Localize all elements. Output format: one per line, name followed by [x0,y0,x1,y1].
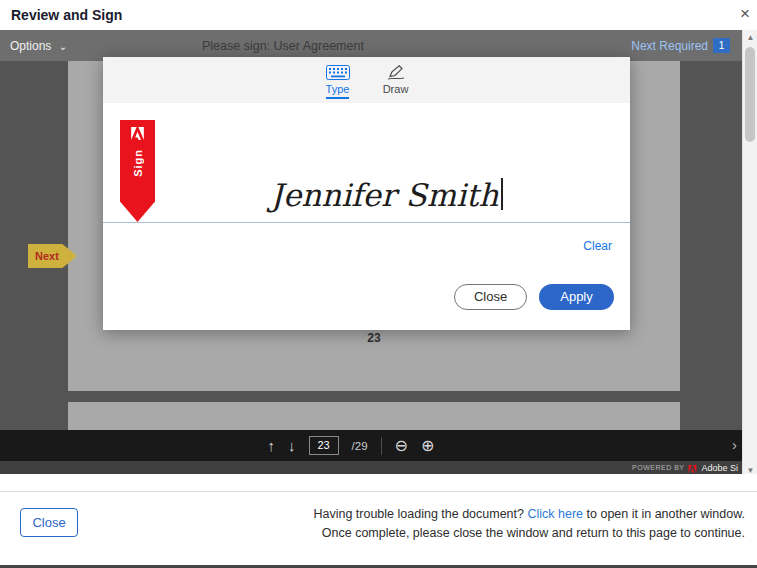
close-icon[interactable]: × [740,4,750,24]
tab-type[interactable]: Type [318,64,358,99]
pdf-toolbar: ↑ ↓ 23 /29 ⊖ ⊕ › [0,430,742,461]
next-required-button[interactable]: Next Required [631,39,708,53]
footer-close-button[interactable]: Close [20,508,78,537]
clear-signature-link[interactable]: Clear [583,239,612,253]
click-here-link[interactable]: Click here [527,507,583,521]
scrollbar-thumb[interactable] [745,47,755,142]
document-next-page [68,402,680,430]
brand-name-label: Adobe Si [701,463,738,473]
window-title: Review and Sign [11,7,122,23]
next-page-arrow-icon[interactable]: ↓ [288,437,296,454]
zoom-in-icon[interactable]: ⊕ [421,436,434,455]
text-cursor [501,178,503,210]
footer-separator [0,491,757,492]
powered-by-strip: POWERED BY Adobe Si [0,461,742,474]
signature-tabs: Type Draw [103,57,630,103]
help-line-1: Having trouble loading the document? Cli… [313,505,745,524]
pen-icon [386,64,406,80]
toolbar-divider [381,437,382,455]
previous-page-arrow-icon[interactable]: ↑ [268,437,276,454]
zoom-out-icon[interactable]: ⊖ [395,436,408,455]
scroll-up-arrow-icon[interactable]: ▲ [743,30,757,45]
signature-baseline [103,222,630,223]
ribbon-sign-label: Sign [132,149,144,177]
review-and-sign-window: Review and Sign × Options ⌄ Please sign:… [0,0,757,568]
window-title-bar: Review and Sign × [0,0,757,30]
adobe-logo-icon [130,126,145,144]
tab-draw[interactable]: Draw [376,64,416,97]
signature-dialog: Type Draw Sign Jennifer Smit [103,57,630,330]
adobe-sign-ribbon: Sign [120,120,155,222]
expand-toolbar-chevron-icon[interactable]: › [732,436,737,453]
page-number-input[interactable]: 23 [309,436,339,455]
dialog-buttons: Close Apply [454,284,614,310]
footer-help-text: Having trouble loading the document? Cli… [313,505,745,543]
vertical-scrollbar[interactable]: ▲ ▼ [742,30,757,478]
tab-draw-label: Draw [383,83,409,97]
tab-type-label: Type [326,83,350,99]
help-text-after-link: to open it in another window. [587,507,745,521]
keyboard-icon [326,64,350,80]
page-number-label: 23 [68,331,680,345]
footer-panel: Close Having trouble loading the documen… [0,474,757,565]
signature-value: Jennifer Smith [270,177,498,213]
signature-input[interactable]: Jennifer Smith [163,177,610,222]
chevron-down-icon: ⌄ [59,41,67,52]
next-required-count-badge: 1 [713,38,730,53]
powered-by-label: POWERED BY [632,464,684,471]
document-title: Please sign: User Agreement [202,39,364,53]
apply-button[interactable]: Apply [539,284,614,310]
total-pages-label: /29 [352,440,368,452]
dialog-close-button[interactable]: Close [454,284,527,310]
help-line-2: Once complete, please close the window a… [313,524,745,543]
options-menu[interactable]: Options ⌄ [10,39,67,53]
help-text-before-link: Having trouble loading the document? [313,507,524,521]
options-label: Options [10,39,51,53]
